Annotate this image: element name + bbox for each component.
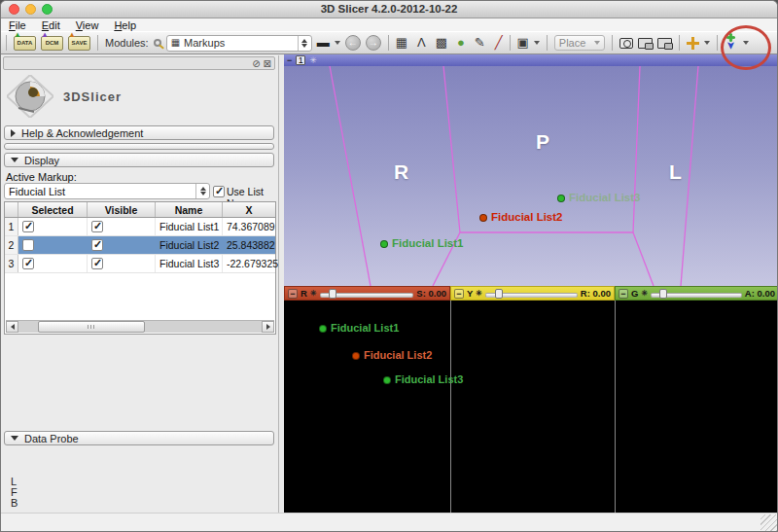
- green-slice-pin-icon[interactable]: ✳: [641, 290, 648, 298]
- fiducial-dot[interactable]: [352, 352, 360, 360]
- table-row[interactable]: 2 Fiducial List2 25.843882: [5, 236, 275, 255]
- visible-column-header[interactable]: Visible: [88, 202, 156, 217]
- models-module-icon[interactable]: ●: [457, 36, 465, 50]
- active-markup-combobox[interactable]: Fiducial List: [4, 183, 210, 199]
- module-back-button[interactable]: ←: [345, 35, 361, 51]
- name-column-header[interactable]: Name: [156, 202, 223, 217]
- history-dropdown-icon[interactable]: [335, 41, 340, 45]
- resize-grip[interactable]: [760, 514, 777, 531]
- crosshair-dropdown-icon[interactable]: [704, 41, 710, 45]
- selected-checkbox[interactable]: [22, 258, 34, 269]
- toolbar-separator: [679, 35, 680, 51]
- fiducial-dot[interactable]: [557, 195, 565, 202]
- selected-checkbox[interactable]: [22, 239, 34, 251]
- modules-combo-spinner[interactable]: [298, 36, 311, 51]
- menu-file[interactable]: File: [9, 19, 26, 31]
- selected-column-header[interactable]: Selected: [18, 202, 88, 217]
- red-slice-minimize-button[interactable]: −: [288, 289, 298, 299]
- fiducial-x-cell[interactable]: 25.843882: [223, 236, 275, 254]
- visible-checkbox[interactable]: [91, 221, 103, 232]
- x-column-header[interactable]: X: [223, 202, 275, 217]
- yellow-slice-pin-icon[interactable]: ✳: [476, 290, 482, 298]
- view-3d-canvas[interactable]: R P L Fiducial List1 Fiducial List2 Fidu…: [284, 66, 778, 286]
- layout-button-icon[interactable]: ▣: [517, 36, 529, 50]
- panel-close-icon[interactable]: ⊠: [264, 58, 271, 69]
- markups-module-icon[interactable]: Λ: [417, 36, 426, 50]
- fiducial-dot[interactable]: [383, 376, 391, 384]
- view-3d-pin-icon[interactable]: ✳: [309, 55, 317, 65]
- menu-help[interactable]: Help: [114, 19, 136, 31]
- scene-view-capture-icon[interactable]: [638, 38, 653, 49]
- modules-selected-value: Markups: [184, 37, 225, 49]
- view-3d-minimize-button[interactable]: −: [287, 55, 292, 65]
- toolbar-separator: [510, 35, 511, 51]
- help-section-label: Help & Acknowledgement: [21, 127, 143, 139]
- title-bar[interactable]: 3D Slicer 4.2.0-2012-10-22: [1, 1, 777, 18]
- slider-thumb[interactable]: [495, 289, 503, 299]
- fiducial-name-cell[interactable]: Fiducial List3: [156, 255, 223, 272]
- table-row[interactable]: 3 Fiducial List3 -22.679325: [5, 255, 275, 273]
- load-dicom-button[interactable]: DCM ▴: [41, 36, 63, 51]
- row-number: 2: [5, 236, 18, 254]
- fiducial-name-cell[interactable]: Fiducial List1: [156, 218, 223, 235]
- selected-checkbox[interactable]: [22, 221, 34, 232]
- module-history-icon[interactable]: ▬: [317, 36, 330, 50]
- scene-view-restore-icon[interactable]: [657, 38, 672, 49]
- place-fiducial-mode-icon[interactable]: ➤: [725, 35, 738, 52]
- slider-thumb[interactable]: [659, 289, 667, 299]
- axis-label-p: P: [536, 130, 549, 154]
- save-button[interactable]: SAVE ▴: [68, 36, 90, 51]
- section-spacer-bar: [4, 143, 274, 150]
- green-slice-offset-slider[interactable]: [651, 289, 742, 299]
- scroll-left-arrow[interactable]: [6, 321, 18, 333]
- place-mode-combobox[interactable]: Place: [554, 35, 605, 51]
- view-3d[interactable]: − 1 ✳ R P L: [284, 54, 778, 286]
- ruler-module-icon[interactable]: ╱: [495, 36, 503, 50]
- fiducial-dot[interactable]: [479, 214, 487, 222]
- data-probe-label: Data Probe: [24, 433, 79, 444]
- scrollbar-thumb[interactable]: [38, 321, 145, 333]
- load-data-button[interactable]: DATA ▴: [14, 36, 36, 51]
- row-number: 1: [5, 218, 18, 235]
- menu-view[interactable]: View: [76, 19, 99, 31]
- fiducial-dot[interactable]: [319, 325, 327, 333]
- volumes-module-icon[interactable]: ▩: [436, 36, 447, 50]
- use-list-name-checkbox[interactable]: [213, 186, 225, 197]
- modules-combobox[interactable]: ▦ Markups: [166, 35, 312, 52]
- green-slice-minimize-button[interactable]: −: [619, 289, 628, 299]
- visible-checkbox[interactable]: [91, 258, 103, 269]
- scrollbar-track[interactable]: [18, 321, 262, 333]
- fiducial-dot[interactable]: [380, 240, 388, 248]
- red-slice-bar: − R ✳ S: 0.00: [284, 286, 450, 301]
- fiducial-name-cell[interactable]: Fiducial List2: [156, 236, 223, 254]
- screenshot-camera-icon[interactable]: [619, 38, 633, 49]
- toolbar-separator: [6, 35, 7, 51]
- layout-dropdown-icon[interactable]: [534, 41, 540, 45]
- slice-viewports[interactable]: Fiducial List1 Fiducial List2 Fiducial L…: [284, 301, 778, 514]
- panel-float-icon[interactable]: ⊘: [252, 58, 260, 69]
- markups-table: Selected Visible Name X 1 Fiducial List1…: [4, 201, 276, 335]
- module-search-icon[interactable]: [154, 39, 161, 47]
- module-forward-button[interactable]: →: [366, 35, 381, 51]
- table-row[interactable]: 1 Fiducial List1 74.367089: [5, 218, 275, 236]
- red-slice-pin-icon[interactable]: ✳: [310, 290, 317, 298]
- fiducial-mode-dropdown-icon[interactable]: [743, 41, 749, 45]
- fiducial-x-cell[interactable]: 74.367089: [223, 218, 275, 235]
- table-horizontal-scrollbar[interactable]: [6, 320, 274, 333]
- data-probe-section[interactable]: Data Probe: [4, 431, 274, 445]
- help-acknowledgement-section[interactable]: Help & Acknowledgement: [4, 125, 274, 140]
- display-section[interactable]: Display: [4, 153, 274, 167]
- scroll-right-arrow[interactable]: [262, 321, 274, 333]
- visible-checkbox[interactable]: [91, 239, 103, 251]
- red-slice-offset-slider[interactable]: [320, 289, 414, 299]
- fiducial-x-cell[interactable]: -22.679325: [223, 255, 275, 272]
- yellow-slice-offset-value: R: 0.00: [581, 288, 611, 299]
- home-module-icon[interactable]: ▦: [396, 36, 407, 50]
- yellow-slice-minimize-button[interactable]: −: [454, 289, 464, 299]
- menu-edit[interactable]: Edit: [42, 19, 60, 31]
- yellow-slice-offset-slider[interactable]: [485, 289, 578, 299]
- annotations-module-icon[interactable]: ✎: [475, 36, 485, 50]
- active-markup-spinner[interactable]: [195, 184, 209, 198]
- crosshair-icon[interactable]: [687, 37, 699, 50]
- slider-thumb[interactable]: [329, 289, 336, 299]
